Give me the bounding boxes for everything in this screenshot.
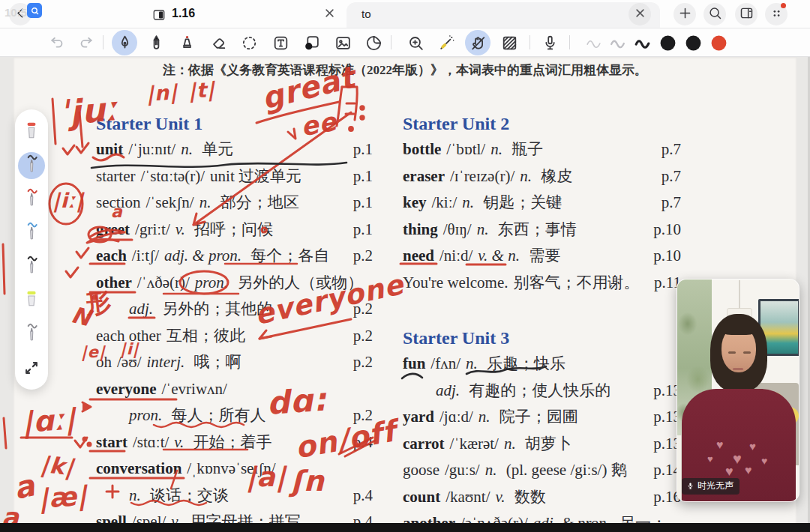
chinese-gloss: 别客气；不用谢。 <box>513 273 639 291</box>
chinese-gloss: 瓶子 <box>512 140 543 158</box>
tab-title-active[interactable]: 1.16 <box>172 7 195 20</box>
page-panel-button[interactable] <box>735 3 758 25</box>
part-of-speech: pron. <box>129 406 166 424</box>
zoom-tool[interactable] <box>403 30 428 55</box>
pen-preset-red[interactable] <box>18 182 45 216</box>
stroke-medium[interactable] <box>604 30 630 55</box>
tab-title-inactive[interactable]: to <box>362 7 371 20</box>
chinese-gloss: 乐趣；快乐 <box>487 354 566 372</box>
word-entry-row: everyone/ˈevriwʌn/ <box>96 376 373 403</box>
page-ref: p.7 <box>662 190 681 217</box>
phonetic: /əʊ/ <box>117 353 142 371</box>
bottom-bar <box>0 523 810 532</box>
marker-tool[interactable] <box>174 30 200 55</box>
phonetic: /θɪŋ/ <box>443 220 472 238</box>
tray-collapse-button[interactable] <box>18 351 45 384</box>
headword: key <box>403 193 427 211</box>
headword: unit <box>96 140 123 158</box>
phonetic: /griːt/ <box>135 220 170 238</box>
sweater-heart-pattern: ♥ <box>716 438 724 452</box>
tab-bar: 10:59 1.16 to <box>0 0 810 28</box>
fountain-pen-tool[interactable] <box>112 30 137 55</box>
more-options-button[interactable] <box>765 3 788 25</box>
video-call-overlay[interactable]: 时光无声 ♥♥♥♥♥♥♥ <box>676 279 800 502</box>
close-tab-2-button[interactable] <box>628 3 651 25</box>
chinese-gloss: 院子；园圃 <box>500 408 578 426</box>
section-title: Starter Unit 1 <box>96 111 373 136</box>
headword: goose <box>403 461 440 479</box>
phonetic: /ɪˈreɪzə(r)/ <box>450 167 514 185</box>
participant-name-badge: 时光无声 <box>682 478 740 495</box>
undo-icon[interactable] <box>44 30 69 55</box>
headword: You're welcome. <box>403 273 508 291</box>
image-tool[interactable] <box>330 30 356 55</box>
shapes-tool[interactable] <box>298 30 324 55</box>
pen-preset-blue[interactable] <box>18 216 45 250</box>
toolbar-separator <box>569 35 570 49</box>
page-ref: p.1 <box>353 190 373 217</box>
text-tool[interactable] <box>268 30 293 55</box>
note-header: 注：依据《义务教育英语课程标准（2022年版）》，本词表中的重点词汇用粗体显示。 <box>0 61 810 79</box>
page-margin-left <box>0 57 14 523</box>
chinese-gloss: 每人；所有人 <box>171 406 266 424</box>
headword: count <box>403 488 440 506</box>
stroke-thin[interactable] <box>580 30 606 55</box>
page-ref: p.2 <box>353 323 373 350</box>
part-of-speech: n. <box>129 486 145 504</box>
tab-to[interactable] <box>346 2 660 28</box>
laser-pointer-tool[interactable] <box>434 30 459 55</box>
part-of-speech: adj. <box>129 300 157 318</box>
page-panel-icon <box>739 5 754 24</box>
section-title: Starter Unit 3 <box>403 325 681 351</box>
headword: other <box>96 273 132 291</box>
pen-preset-highlighter[interactable] <box>18 283 45 317</box>
phonetic: /ˈstɑːtə(r)/ <box>140 167 205 185</box>
word-entry-row: key/kiː/n. 钥匙；关键p.7 <box>403 190 681 217</box>
word-entry-row: yard/jɑːd/n. 院子；园圃p.13 <box>403 404 681 431</box>
pen-preset-red-marker[interactable] <box>18 115 45 149</box>
word-entry-row: You're welcome.别客气；不用谢。p.11 <box>403 270 681 297</box>
pen-preset-gray[interactable] <box>18 317 45 351</box>
sweater-heart-pattern: ♥ <box>749 440 756 453</box>
record-audio-button[interactable] <box>537 30 562 55</box>
part-of-speech: pron. <box>195 273 232 291</box>
sweater-heart-pattern: ♥ <box>745 464 752 477</box>
part-of-speech: n. <box>490 140 506 158</box>
search-button[interactable] <box>704 3 726 25</box>
redo-icon[interactable] <box>74 30 99 55</box>
eraser-tool[interactable] <box>206 30 231 55</box>
chinese-gloss: 单元 <box>202 140 233 158</box>
part-of-speech: n. <box>504 435 520 453</box>
pen-preset-selected[interactable] <box>18 152 45 179</box>
phonetic: /guːs/ <box>445 461 480 479</box>
sweater-heart-pattern: ♥ <box>733 450 742 468</box>
phonetic: /jɑːd/ <box>440 408 473 426</box>
part-of-speech: v. <box>174 433 188 451</box>
toolbar-separator <box>391 35 392 49</box>
pen-preset-black[interactable] <box>18 250 45 283</box>
page-ref: p.10 <box>653 243 681 270</box>
word-entry-row: starter/ˈstɑːtə(r)/unit 过渡单元p.1 <box>96 163 373 190</box>
sticker-tool[interactable] <box>361 30 386 55</box>
phonetic: /ˈʌðə(r)/ <box>137 273 190 291</box>
page-ref: p.2 <box>353 349 373 376</box>
word-section-starter-unit-2: Starter Unit 2 bottle/ˈbɒtl/n. 瓶子p.7eras… <box>403 111 681 296</box>
word-entry-row: each/iːtʃ/adj. & pron. 每个；各自p.2 <box>96 243 373 270</box>
close-tab-1-button[interactable] <box>318 3 340 25</box>
word-entry-row: thing/θɪŋ/n. 东西；事情p.10 <box>403 217 681 244</box>
document-tab-icon <box>152 8 166 20</box>
color-swatch-black-1[interactable] <box>655 30 680 55</box>
palm-rejection-toggle[interactable] <box>465 30 490 55</box>
color-swatch-red[interactable] <box>706 30 731 55</box>
headword: greet <box>96 220 130 238</box>
stroke-thick[interactable] <box>629 30 655 55</box>
color-swatch-black-2[interactable] <box>680 30 706 55</box>
pencil-tool[interactable] <box>143 30 169 55</box>
phonetic: /ˈbɒtl/ <box>446 140 485 158</box>
sweater-heart-pattern: ♥ <box>761 455 767 467</box>
lasso-tool[interactable] <box>236 30 262 55</box>
mask-tool[interactable] <box>496 30 522 55</box>
new-tab-button[interactable] <box>674 3 696 25</box>
chinese-gloss: 开始；着手 <box>194 433 272 451</box>
phonetic: /fʌn/ <box>430 354 460 372</box>
